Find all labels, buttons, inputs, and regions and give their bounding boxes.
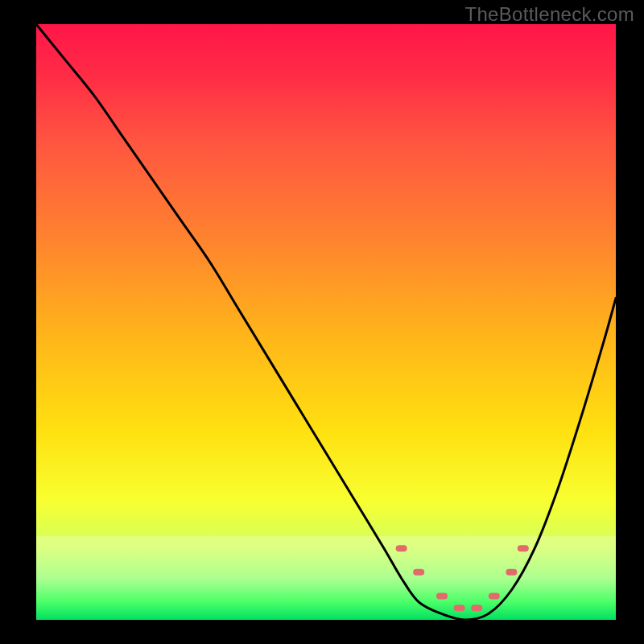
plot-area [36,24,616,620]
optimal-range-marker [518,545,529,551]
optimal-range-marker [396,545,407,551]
optimal-range-marker [506,569,517,576]
optimal-range-marker [413,569,424,576]
optimal-range-marker [454,605,465,611]
optimal-range-marker [489,592,500,599]
optimal-range-markers [396,545,529,611]
curve-layer [36,24,616,620]
watermark-text: TheBottleneck.com [464,3,634,26]
optimal-range-marker [436,592,448,599]
optimal-range-marker [471,605,482,611]
bottleneck-curve [36,24,616,620]
